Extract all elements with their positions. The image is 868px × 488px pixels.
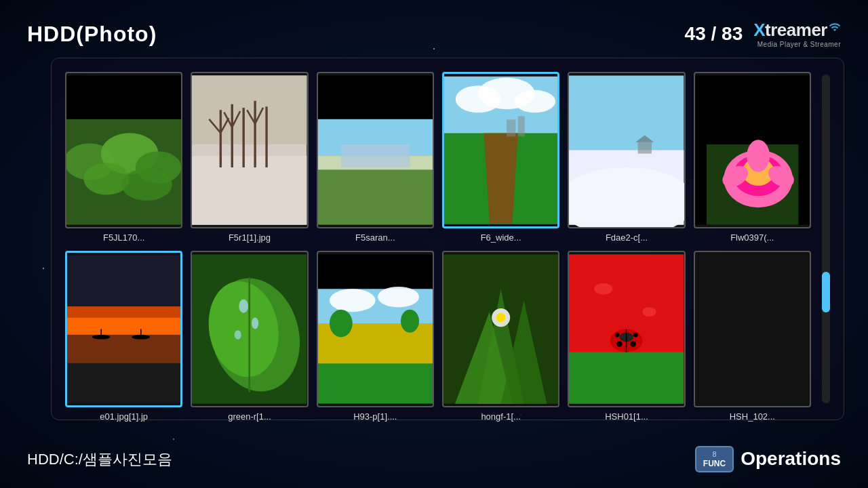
svg-point-5 bbox=[83, 163, 130, 195]
svg-point-88 bbox=[633, 333, 638, 338]
svg-rect-90 bbox=[695, 255, 810, 404]
page-counter: 43 / 83 bbox=[685, 23, 743, 45]
photo-label: F5JL170... bbox=[65, 232, 182, 243]
photo-thumbnail bbox=[191, 251, 308, 407]
list-item[interactable]: HSH_102... bbox=[694, 251, 811, 422]
func-label: FUNC bbox=[703, 459, 726, 468]
svg-point-87 bbox=[615, 333, 620, 338]
func-number: 8 bbox=[712, 450, 716, 459]
func-button[interactable]: 8 FUNC bbox=[695, 446, 734, 473]
logo-subtitle: Media Player & Streamer bbox=[757, 41, 841, 48]
photo-label: H93-p[1].... bbox=[317, 411, 434, 422]
header-right: 43 / 83 Xtreamer Media Player & Streamer bbox=[685, 20, 841, 48]
svg-point-63 bbox=[235, 330, 241, 340]
photo-label: Flw0397(... bbox=[694, 232, 811, 243]
header: HDD(Photo) 43 / 83 Xtreamer Media Player… bbox=[0, 0, 868, 68]
photo-label: e01.jpg[1].jp bbox=[65, 411, 182, 422]
list-item[interactable]: Fdae2-c[... bbox=[568, 72, 685, 243]
list-item[interactable]: green-r[1... bbox=[191, 251, 308, 422]
list-item[interactable]: e01.jpg[1].jp bbox=[65, 251, 182, 422]
svg-marker-28 bbox=[484, 133, 518, 224]
list-item[interactable]: F6_wide... bbox=[442, 72, 559, 243]
photo-thumbnail bbox=[694, 251, 811, 407]
photo-thumbnail bbox=[65, 251, 182, 407]
list-item[interactable]: F5saran... bbox=[317, 72, 434, 243]
svg-point-6 bbox=[121, 169, 172, 201]
photo-thumbnail bbox=[317, 251, 434, 407]
logo-text: Xtreamer bbox=[753, 20, 827, 41]
svg-rect-52 bbox=[67, 335, 180, 363]
footer-path: HDD/C:/샘플사진모음 bbox=[27, 449, 172, 470]
main-panel: F5JL170... bbox=[51, 58, 844, 420]
photo-thumbnail bbox=[694, 72, 811, 228]
svg-rect-8 bbox=[192, 75, 307, 144]
svg-point-86 bbox=[631, 341, 636, 346]
photo-label: HSH_102... bbox=[694, 411, 811, 422]
photo-label: F5saran... bbox=[317, 232, 434, 243]
list-item[interactable]: F5r1[1].jpg bbox=[191, 72, 308, 243]
svg-point-81 bbox=[643, 307, 656, 317]
svg-rect-69 bbox=[318, 363, 433, 403]
scrollbar-track[interactable] bbox=[822, 75, 830, 403]
photo-thumbnail bbox=[65, 72, 182, 228]
photo-thumbnail bbox=[317, 72, 434, 228]
scrollbar-thumb[interactable] bbox=[822, 272, 830, 312]
svg-rect-32 bbox=[507, 119, 515, 136]
list-item[interactable]: H93-p[1].... bbox=[317, 251, 434, 422]
photo-label: hongf-1[... bbox=[442, 411, 559, 422]
svg-point-70 bbox=[330, 310, 353, 338]
operations-label: Operations bbox=[741, 448, 841, 470]
list-item[interactable]: Flw0397(... bbox=[694, 72, 811, 243]
svg-point-67 bbox=[378, 287, 419, 307]
svg-rect-9 bbox=[192, 156, 307, 225]
svg-rect-33 bbox=[518, 116, 525, 136]
footer: HDD/C:/샘플사진모음 8 FUNC Operations bbox=[0, 430, 868, 488]
list-item[interactable]: F5JL170... bbox=[65, 72, 182, 243]
svg-point-31 bbox=[515, 90, 555, 113]
photo-thumbnail bbox=[191, 72, 308, 228]
svg-point-62 bbox=[252, 318, 258, 329]
logo: Xtreamer Media Player & Streamer bbox=[753, 20, 841, 48]
svg-rect-82 bbox=[569, 352, 684, 404]
svg-rect-25 bbox=[341, 144, 410, 167]
photo-thumbnail bbox=[442, 251, 559, 407]
photo-thumbnail bbox=[442, 72, 559, 228]
svg-point-71 bbox=[401, 310, 419, 333]
svg-rect-37 bbox=[638, 142, 652, 154]
footer-operations: 8 FUNC Operations bbox=[695, 446, 841, 473]
photo-label: F5r1[1].jpg bbox=[191, 232, 308, 243]
svg-point-46 bbox=[747, 140, 770, 171]
svg-point-36 bbox=[569, 167, 684, 227]
page-title: HDD(Photo) bbox=[27, 22, 157, 47]
svg-point-66 bbox=[330, 289, 376, 312]
wifi-icon bbox=[829, 21, 841, 33]
svg-point-80 bbox=[595, 283, 613, 295]
svg-point-61 bbox=[239, 300, 249, 313]
list-item[interactable]: HSH01[1... bbox=[568, 251, 685, 422]
photo-label: F6_wide... bbox=[442, 232, 559, 243]
svg-point-77 bbox=[496, 313, 506, 323]
list-item[interactable]: hongf-1[... bbox=[442, 251, 559, 422]
photo-grid: F5JL170... bbox=[65, 72, 822, 406]
svg-rect-24 bbox=[318, 169, 433, 224]
photo-label: Fdae2-c[... bbox=[568, 232, 685, 243]
svg-point-85 bbox=[617, 341, 623, 346]
photo-thumbnail bbox=[568, 72, 685, 228]
photo-label: green-r[1... bbox=[191, 411, 308, 422]
photo-thumbnail bbox=[568, 251, 685, 407]
photo-label: HSH01[1... bbox=[568, 411, 685, 422]
